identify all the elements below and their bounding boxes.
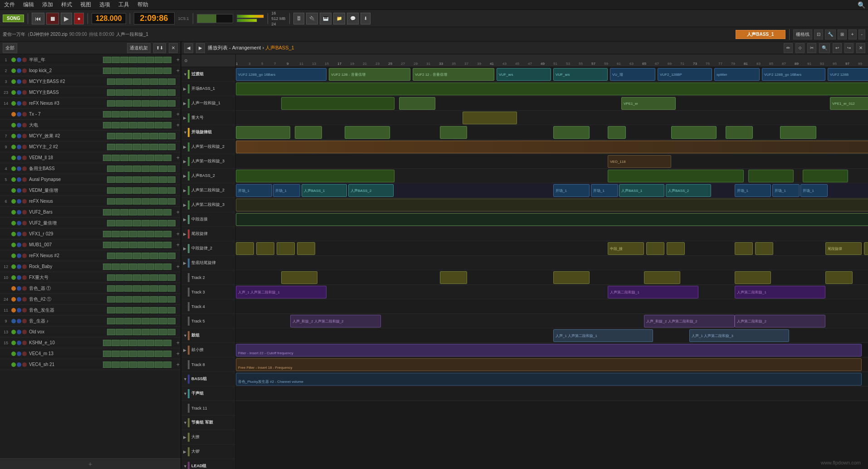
list-item[interactable]: 24 音色_#2 ① — [0, 294, 180, 305]
channel-mute-dot[interactable] — [22, 286, 27, 291]
channel-plus-btn[interactable]: + — [176, 264, 180, 270]
track-group-row[interactable]: Track 4 — [181, 299, 235, 314]
pattern-block[interactable] — [124, 176, 132, 183]
pattern-block[interactable] — [129, 155, 137, 161]
pattern-block[interactable] — [120, 351, 128, 357]
pattern-block[interactable] — [103, 242, 111, 248]
channel-active-dot[interactable] — [11, 188, 16, 193]
track-group-row[interactable]: ▶ 大撩 — [181, 430, 235, 445]
table-row[interactable]: 人声_1 人声第二段和旋_1 人声第二段和旋_1 人声第二段和旋_1 — [236, 285, 868, 299]
table-row[interactable]: 中段_接 尾段旋律 — [236, 241, 868, 256]
track-group-row[interactable]: ▼ 干声组 — [181, 386, 235, 401]
plugin-button[interactable]: 🔌 — [306, 13, 318, 24]
pattern-block[interactable] — [124, 100, 132, 107]
channel-mute-dot[interactable] — [22, 68, 27, 73]
arr-draw-btn[interactable]: ✏ — [784, 43, 793, 53]
pattern-block[interactable] — [155, 264, 163, 270]
pattern-block[interactable] — [163, 57, 171, 63]
mixer-button[interactable]: 🎛 — [293, 13, 304, 24]
pattern-block[interactable] — [150, 166, 158, 172]
clip-t8-3[interactable] — [748, 170, 794, 182]
record-button[interactable]: ● — [74, 13, 83, 24]
pattern-block[interactable] — [129, 242, 137, 248]
clip-t8-4[interactable] — [803, 170, 848, 182]
clip-vuf-3[interactable]: VUF2 12 - 音量倍增 — [413, 68, 494, 81]
pattern-block[interactable] — [159, 318, 167, 324]
pattern-block[interactable] — [141, 274, 150, 281]
clip-vuf-ars2[interactable]: VUF_ars — [553, 68, 608, 81]
pattern-block[interactable] — [103, 351, 111, 357]
pattern-block[interactable] — [107, 78, 115, 85]
pattern-block[interactable] — [159, 78, 167, 85]
channel-mute-dot[interactable] — [22, 199, 27, 204]
clip-dalo-1[interactable] — [281, 271, 317, 284]
list-item[interactable]: MUB1_007 + — [0, 239, 180, 250]
list-item[interactable]: VEDM_量倍增 — [0, 185, 180, 196]
list-item[interactable]: 13 Old vox — [0, 327, 180, 337]
track-group-row[interactable]: ▶ 大锣 — [181, 445, 235, 459]
clip-bass-main3[interactable]: 人声BASS_1 — [619, 184, 664, 197]
pattern-block[interactable] — [137, 351, 146, 357]
menu-item-add[interactable]: 添加 — [41, 1, 54, 9]
pattern-block[interactable] — [155, 111, 163, 117]
pattern-block[interactable] — [133, 220, 141, 226]
pattern-block[interactable] — [167, 89, 176, 96]
track-group-row[interactable]: ▼ 过渡组 — [181, 67, 235, 82]
channel-mute-dot[interactable] — [22, 166, 27, 171]
clip-track3-2[interactable] — [399, 97, 435, 110]
arr-cut-btn[interactable]: ✂ — [807, 43, 816, 53]
pattern-block[interactable] — [120, 242, 128, 248]
pattern-block[interactable] — [124, 187, 132, 194]
channel-mute-dot[interactable] — [22, 297, 27, 302]
pattern-block[interactable] — [150, 307, 158, 313]
zoom-out-btn[interactable]: - — [858, 29, 865, 39]
pattern-block[interactable] — [141, 187, 150, 194]
pattern-block[interactable] — [133, 253, 141, 259]
pattern-block[interactable] — [116, 187, 124, 194]
pattern-block[interactable] — [137, 209, 146, 215]
list-item[interactable]: 23 MCYY主BASS — [0, 87, 180, 98]
pattern-block[interactable] — [116, 307, 124, 313]
track-group-row[interactable]: ▶ 开场BASS_1 — [181, 82, 235, 96]
arr-undo-btn[interactable]: ↩ — [833, 43, 842, 53]
channel-mute-dot[interactable] — [22, 341, 27, 345]
pattern-block[interactable] — [167, 78, 176, 85]
channel-plus-btn[interactable]: + — [176, 362, 180, 368]
clip-vpe1[interactable]: VPE1_er — [621, 97, 676, 110]
pattern-block[interactable] — [116, 220, 124, 226]
pattern-block[interactable] — [133, 198, 141, 205]
channel-solo-dot[interactable] — [17, 123, 21, 127]
pattern-block[interactable] — [167, 296, 176, 303]
pattern-block[interactable] — [167, 144, 176, 150]
clip-bass-main2[interactable]: 人声BASS_2 — [348, 184, 394, 197]
pattern-block[interactable] — [150, 296, 158, 303]
clip-bass-open2[interactable]: 开场_1 — [273, 184, 300, 197]
pattern-block[interactable] — [141, 176, 150, 183]
clip-auto-filter[interactable]: Filter - Insert 22 - Cutoff frequency — [236, 344, 862, 357]
pattern-block[interactable] — [112, 264, 120, 270]
pattern-block[interactable] — [159, 198, 167, 205]
pattern-block[interactable] — [129, 264, 137, 270]
pattern-block[interactable] — [133, 89, 141, 96]
pattern-block[interactable] — [116, 176, 124, 183]
menu-item-edit[interactable]: 编辑 — [22, 1, 35, 9]
pattern-block[interactable] — [141, 133, 150, 139]
pattern-block[interactable] — [150, 329, 158, 335]
pattern-block[interactable] — [141, 285, 150, 292]
track-group-row[interactable]: ▶ 人声第一段和旋_2 — [181, 140, 235, 154]
pattern-block[interactable] — [150, 253, 158, 259]
channel-mute-dot[interactable] — [22, 58, 27, 62]
pattern-block[interactable] — [155, 57, 163, 63]
channel-plus-btn[interactable]: + — [176, 242, 180, 248]
pattern-block[interactable] — [124, 329, 132, 335]
clip-bass-open3[interactable]: 开场_1 — [553, 184, 590, 197]
table-row[interactable] — [236, 169, 868, 183]
zoom-in-btn[interactable]: + — [848, 29, 857, 39]
channel-active-dot[interactable] — [11, 221, 16, 225]
pattern-block[interactable] — [146, 231, 154, 237]
pattern-block[interactable] — [107, 285, 115, 292]
table-row[interactable]: VPE1_er VPE1_er_012 — [236, 96, 868, 111]
pattern-block[interactable] — [167, 166, 176, 172]
pattern-block[interactable] — [112, 231, 120, 237]
channel-plus-btn[interactable]: + — [176, 231, 180, 237]
